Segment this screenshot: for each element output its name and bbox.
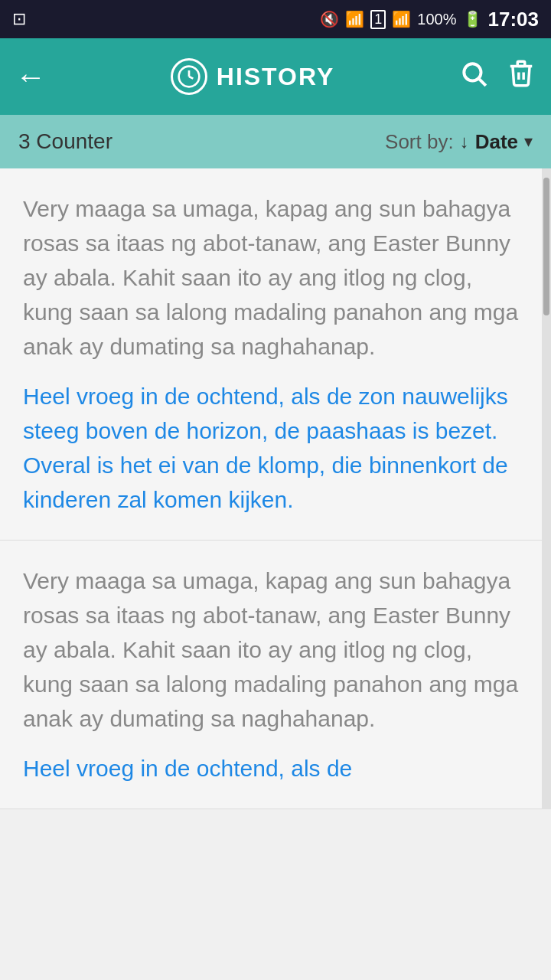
- status-right: 🔇 📶 1 📶 100% 🔋 17:03: [320, 8, 539, 31]
- scrollbar[interactable]: [542, 168, 551, 809]
- nav-title: HISTORY: [217, 63, 334, 91]
- battery-icon: 🔋: [463, 10, 482, 28]
- delete-button[interactable]: [507, 59, 536, 95]
- clock-time: 17:03: [488, 8, 540, 31]
- entries-list: Very maaga sa umaga, kapag ang sun bahag…: [0, 168, 542, 809]
- mute-icon: 🔇: [320, 10, 339, 28]
- search-button[interactable]: [459, 59, 488, 95]
- entry-blue-text-1: Heel vroeg in de ochtend, als de zon nau…: [23, 379, 519, 517]
- list-item: Very maaga sa umaga, kapag ang sun bahag…: [0, 168, 542, 541]
- entry-gray-text-1: Very maaga sa umaga, kapag ang sun bahag…: [23, 191, 519, 364]
- sort-by-label: Sort by:: [385, 130, 454, 154]
- signal-icon: 📶: [392, 10, 411, 28]
- screenshot-icon: ⊡: [12, 9, 26, 29]
- scrollbar-thumb[interactable]: [543, 178, 549, 315]
- svg-line-4: [479, 79, 486, 86]
- sort-date-label: Date: [475, 130, 518, 154]
- network-1-icon: 1: [370, 10, 386, 29]
- list-item: Very maaga sa umaga, kapag ang sun bahag…: [0, 541, 542, 809]
- battery-text: 100%: [417, 11, 456, 28]
- history-clock-icon: [171, 58, 207, 95]
- wifi-icon: 📶: [345, 10, 364, 28]
- entry-blue-text-2: Heel vroeg in de ochtend, als de: [23, 751, 519, 786]
- svg-rect-5: [517, 61, 525, 66]
- content-area: Very maaga sa umaga, kapag ang sun bahag…: [0, 168, 551, 809]
- back-button[interactable]: ←: [15, 60, 46, 94]
- nav-right-icons: [459, 59, 536, 95]
- sort-controls[interactable]: Sort by: ↓ Date ▾: [385, 130, 533, 154]
- nav-center: HISTORY: [171, 58, 334, 95]
- entry-gray-text-2: Very maaga sa umaga, kapag ang sun bahag…: [23, 564, 519, 736]
- status-left: ⊡: [12, 9, 26, 29]
- sort-dropdown-icon[interactable]: ▾: [524, 132, 533, 152]
- nav-bar: ← HISTORY: [0, 38, 551, 115]
- sort-bar: 3 Counter Sort by: ↓ Date ▾: [0, 115, 551, 168]
- svg-line-2: [189, 77, 193, 79]
- status-bar: ⊡ 🔇 📶 1 📶 100% 🔋 17:03: [0, 0, 551, 38]
- counter-label: 3 Counter: [18, 129, 112, 154]
- svg-point-3: [464, 64, 481, 80]
- sort-direction-icon: ↓: [460, 131, 469, 152]
